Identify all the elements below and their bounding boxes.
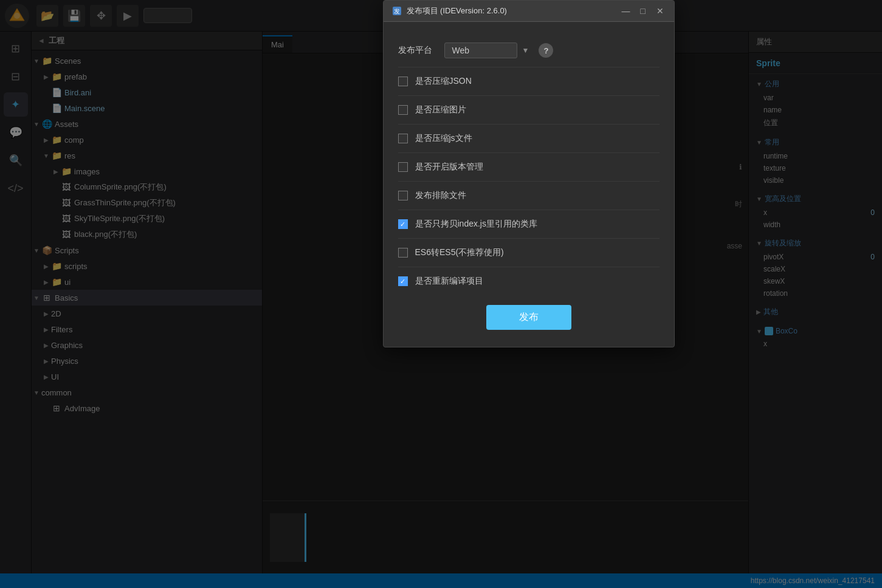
checkbox-compress-js[interactable] [398, 134, 408, 143]
modal-maximize-btn[interactable]: □ [636, 4, 650, 18]
platform-row: 发布平台 Web ▼ ? [398, 34, 660, 67]
checkbox-label-es6-to-es5: ES6转ES5(不推荐使用) [415, 247, 504, 258]
modal-row-copy-index: 是否只拷贝index.js里引用的类库 [398, 210, 660, 239]
modal-row-recompile: 是否重新编译项目 [398, 267, 660, 295]
modal-body: 发布平台 Web ▼ ? 是否压缩JSON是否压缩图片是否压缩js文件是否开启版… [384, 22, 674, 347]
checkbox-es6-to-es5[interactable] [398, 248, 408, 258]
help-icon[interactable]: ? [539, 43, 553, 58]
checkbox-label-compress-js: 是否压缩js文件 [415, 133, 472, 144]
checkbox-label-version-mgmt: 是否开启版本管理 [415, 162, 483, 173]
checkbox-label-exclude-files: 发布排除文件 [415, 190, 466, 201]
platform-value: Web [444, 43, 517, 58]
modal-row-compress-js: 是否压缩js文件 [398, 125, 660, 153]
platform-dropdown-arrow: ▼ [522, 46, 529, 55]
modal-row-compress-json: 是否压缩JSON [398, 67, 660, 96]
checkbox-compress-img[interactable] [398, 105, 408, 115]
checkbox-copy-index[interactable] [398, 219, 408, 229]
publish-button[interactable]: 发布 [486, 305, 571, 330]
platform-label: 发布平台 [398, 45, 435, 56]
modal-overlay: 发 发布项目 (IDEVersion: 2.6.0) — □ ✕ 发布平台 We… [0, 0, 882, 588]
modal-title-icon: 发 [391, 5, 403, 17]
modal-close-btn[interactable]: ✕ [653, 4, 667, 18]
modal-rows: 是否压缩JSON是否压缩图片是否压缩js文件是否开启版本管理发布排除文件是否只拷… [398, 67, 660, 295]
modal-row-version-mgmt: 是否开启版本管理 [398, 153, 660, 182]
modal-row-exclude-files: 发布排除文件 [398, 182, 660, 210]
checkbox-version-mgmt[interactable] [398, 162, 408, 172]
checkbox-label-compress-img: 是否压缩图片 [415, 104, 466, 115]
checkbox-label-compress-json: 是否压缩JSON [415, 76, 472, 87]
modal-title-controls: — □ ✕ [619, 4, 667, 18]
checkbox-recompile[interactable] [398, 276, 408, 286]
checkbox-label-recompile: 是否重新编译项目 [415, 276, 483, 287]
checkbox-exclude-files[interactable] [398, 191, 408, 200]
modal-title-text: 发布项目 (IDEVersion: 2.6.0) [407, 5, 507, 16]
checkbox-label-copy-index: 是否只拷贝index.js里引用的类库 [415, 219, 537, 230]
svg-text:发: 发 [394, 8, 400, 15]
modal-row-compress-img: 是否压缩图片 [398, 96, 660, 125]
modal-title-bar: 发 发布项目 (IDEVersion: 2.6.0) — □ ✕ [384, 1, 674, 22]
checkbox-compress-json[interactable] [398, 77, 408, 86]
publish-modal: 发 发布项目 (IDEVersion: 2.6.0) — □ ✕ 发布平台 We… [383, 0, 675, 347]
modal-title-section: 发 发布项目 (IDEVersion: 2.6.0) [391, 5, 507, 17]
platform-select[interactable]: Web ▼ [444, 43, 529, 58]
modal-row-es6-to-es5: ES6转ES5(不推荐使用) [398, 239, 660, 267]
modal-minimize-btn[interactable]: — [619, 4, 633, 18]
